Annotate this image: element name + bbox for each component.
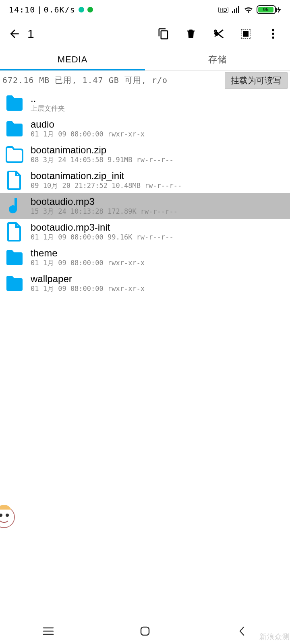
svg-rect-0 bbox=[243, 31, 249, 37]
folder-icon bbox=[3, 272, 26, 295]
file-name: wallpaper bbox=[31, 273, 287, 285]
file-row[interactable]: audio01 1月 09 08:00:00 rwxr-xr-x bbox=[0, 116, 290, 142]
status-dot-icon bbox=[79, 7, 84, 12]
signal-icon bbox=[232, 6, 240, 14]
back-button[interactable] bbox=[5, 24, 24, 43]
storage-info-bar: 672.16 MB 已用, 1.47 GB 可用, r/o 挂载为可读写 bbox=[0, 71, 290, 90]
svg-point-4 bbox=[0, 507, 14, 528]
storage-usage-text: 672.16 MB 已用, 1.47 GB 可用, r/o bbox=[2, 75, 225, 86]
file-name: audio bbox=[31, 119, 287, 130]
file-row[interactable]: wallpaper01 1月 09 08:00:00 rwxr-xr-x bbox=[0, 270, 290, 296]
tab-media[interactable]: MEDIA bbox=[0, 48, 145, 70]
file-icon bbox=[3, 169, 26, 192]
file-meta: 01 1月 09 08:00:00 rwxr-xr-x bbox=[31, 284, 287, 293]
tab-indicator bbox=[0, 69, 145, 70]
folder-icon bbox=[3, 92, 26, 114]
file-meta: 15 3月 24 10:13:28 172.89K rw-r--r-- bbox=[31, 207, 287, 216]
file-row[interactable]: bootaudio.mp315 3月 24 10:13:28 172.89K r… bbox=[0, 193, 290, 219]
menu-icon bbox=[43, 627, 54, 636]
copy-icon bbox=[157, 28, 170, 40]
trash-icon bbox=[185, 28, 197, 40]
svg-point-1 bbox=[272, 29, 274, 31]
tab-bar: MEDIA 存储 bbox=[0, 48, 290, 71]
more-button[interactable] bbox=[265, 26, 281, 42]
more-vert-icon bbox=[271, 28, 275, 39]
chevron-left-icon bbox=[238, 625, 245, 637]
folder-icon bbox=[3, 118, 26, 140]
file-list: ..上层文件夹audio01 1月 09 08:00:00 rwxr-xr-xb… bbox=[0, 90, 290, 296]
file-name: bootanimation.zip bbox=[31, 144, 287, 156]
svg-rect-7 bbox=[141, 627, 149, 635]
folder-outline-icon bbox=[3, 143, 26, 166]
tab-storage[interactable]: 存储 bbox=[145, 48, 290, 70]
file-name: bootanimation.zip_init bbox=[31, 170, 287, 182]
delete-button[interactable] bbox=[183, 26, 199, 42]
status-time: 14:10 bbox=[9, 5, 35, 14]
select-all-button[interactable] bbox=[238, 26, 254, 42]
music-icon bbox=[3, 195, 26, 217]
svg-point-2 bbox=[272, 33, 274, 35]
file-row[interactable]: bootanimation.zip_init09 10月 20 21:27:52… bbox=[0, 167, 290, 193]
nav-home-button[interactable] bbox=[121, 623, 169, 639]
svg-point-6 bbox=[6, 514, 9, 517]
folder-icon bbox=[3, 246, 26, 269]
nav-back-button[interactable] bbox=[218, 623, 266, 639]
app-toolbar: 1 bbox=[0, 19, 290, 48]
file-meta: 01 1月 09 08:00:00 rwxr-xr-x bbox=[31, 130, 287, 139]
file-row[interactable]: ..上层文件夹 bbox=[0, 90, 290, 116]
file-name: bootaudio.mp3 bbox=[31, 196, 287, 207]
floating-widget-icon[interactable] bbox=[0, 503, 16, 535]
file-meta: 01 1月 09 08:00:00 rwxr-xr-x bbox=[31, 258, 287, 268]
nav-recent-button[interactable] bbox=[24, 623, 72, 639]
file-meta: 09 10月 20 21:27:52 10.48MB rw-r--r-- bbox=[31, 181, 287, 190]
status-dot-icon bbox=[87, 7, 93, 12]
file-name: theme bbox=[31, 248, 287, 259]
wifi-icon bbox=[244, 6, 253, 14]
square-icon bbox=[140, 626, 150, 636]
watermark-text: 新浪众测 bbox=[259, 632, 290, 642]
status-net-speed: 0.6K/s bbox=[44, 5, 75, 14]
file-meta: 08 3月 24 14:05:58 9.91MB rw-r--r-- bbox=[31, 155, 287, 165]
status-bar: 14:10 | 0.6K/s HD 95 bbox=[0, 0, 290, 19]
file-row[interactable]: bootaudio.mp3-init01 1月 09 08:00:00 99.1… bbox=[0, 219, 290, 245]
file-meta: 01 1月 09 08:00:00 99.16K rw-r--r-- bbox=[31, 233, 287, 242]
selection-count: 1 bbox=[24, 27, 155, 41]
svg-point-3 bbox=[272, 37, 274, 39]
file-name: .. bbox=[31, 93, 287, 104]
file-row[interactable]: bootanimation.zip08 3月 24 14:05:58 9.91M… bbox=[0, 142, 290, 167]
hd-indicator: HD bbox=[218, 7, 228, 13]
charging-icon bbox=[277, 6, 281, 13]
cut-button[interactable] bbox=[210, 26, 226, 42]
file-meta: 上层文件夹 bbox=[31, 104, 287, 113]
mount-rw-button[interactable]: 挂载为可读写 bbox=[225, 72, 288, 89]
file-name: bootaudio.mp3-init bbox=[31, 222, 287, 233]
copy-button[interactable] bbox=[155, 26, 172, 42]
select-all-icon bbox=[240, 28, 251, 39]
system-nav-bar bbox=[0, 618, 290, 644]
file-icon bbox=[3, 221, 26, 243]
file-row[interactable]: theme01 1月 09 08:00:00 rwxr-xr-x bbox=[0, 245, 290, 270]
battery-indicator: 95 bbox=[257, 5, 281, 14]
scissors-icon bbox=[212, 27, 225, 40]
